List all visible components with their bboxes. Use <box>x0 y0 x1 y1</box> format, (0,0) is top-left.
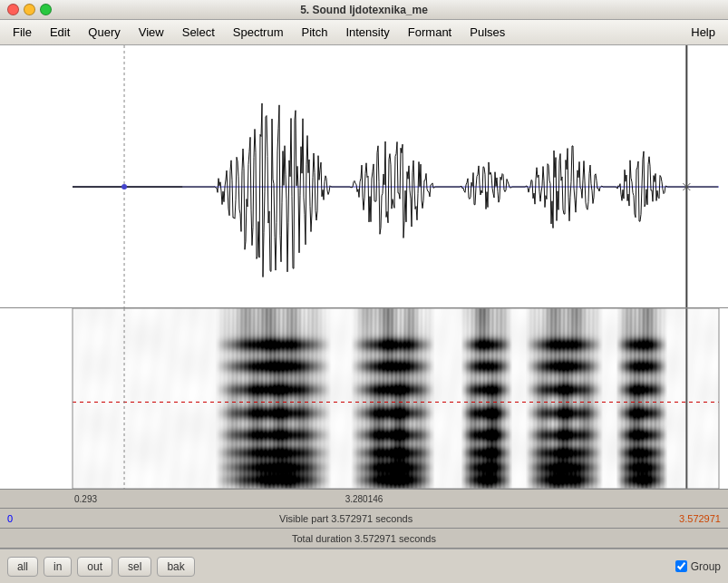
out-button[interactable]: out <box>77 557 112 577</box>
time-center: 3.280146 <box>345 494 383 504</box>
menu-help[interactable]: Help <box>682 23 724 42</box>
group-checkbox-container[interactable]: Group <box>675 560 721 573</box>
menu-spectrum[interactable]: Spectrum <box>224 23 293 42</box>
group-label[interactable]: Group <box>691 560 721 573</box>
info-bar-2: Total duration 3.572971 seconds <box>0 529 728 549</box>
window-controls[interactable] <box>7 4 52 15</box>
waveform-panel[interactable]: 0.292824 0.8639 -0.0002233 -0.6497 <box>0 45 728 308</box>
title-bar: 5. Sound ljdotexnika_me <box>0 0 728 20</box>
close-button[interactable] <box>7 4 19 15</box>
window-title: 5. Sound ljdotexnika_me <box>300 4 428 16</box>
spectrogram-panel[interactable]: 5000 Hz 2430 Hz 0 Hz <box>0 308 728 489</box>
menu-pitch[interactable]: Pitch <box>293 23 337 42</box>
menu-query[interactable]: Query <box>79 23 129 42</box>
menu-bar: File Edit Query View Select Spectrum Pit… <box>0 20 728 45</box>
bottom-toolbar: all in out sel bak Group <box>0 549 728 583</box>
main-area: 0.292824 0.8639 -0.0002233 -0.6497 5000 … <box>0 45 728 549</box>
all-button[interactable]: all <box>7 557 38 577</box>
info-bar-1: 0 Visible part 3.572971 seconds 3.572971 <box>0 509 728 529</box>
maximize-button[interactable] <box>40 4 52 15</box>
info2-center: Total duration 3.572971 seconds <box>292 533 436 544</box>
menu-file[interactable]: File <box>4 23 41 42</box>
menu-view[interactable]: View <box>130 23 173 42</box>
menu-pulses[interactable]: Pulses <box>461 23 514 42</box>
sel-button[interactable]: sel <box>118 557 151 577</box>
info1-center: Visible part 3.572971 seconds <box>279 513 413 524</box>
in-button[interactable]: in <box>44 557 72 577</box>
group-checkbox[interactable] <box>675 560 687 572</box>
time-ruler: 0.293 3.280146 <box>0 489 728 509</box>
menu-formant[interactable]: Formant <box>399 23 461 42</box>
time-left: 0.293 <box>74 494 97 504</box>
minimize-button[interactable] <box>24 4 35 15</box>
menu-edit[interactable]: Edit <box>41 23 79 42</box>
menu-intensity[interactable]: Intensity <box>336 23 398 42</box>
bak-button[interactable]: bak <box>157 557 194 577</box>
menu-select[interactable]: Select <box>173 23 224 42</box>
info1-left: 0 <box>7 513 13 524</box>
info1-right: 3.572971 <box>679 513 721 524</box>
spectrogram-canvas[interactable] <box>0 308 728 489</box>
waveform-canvas[interactable] <box>0 45 728 307</box>
